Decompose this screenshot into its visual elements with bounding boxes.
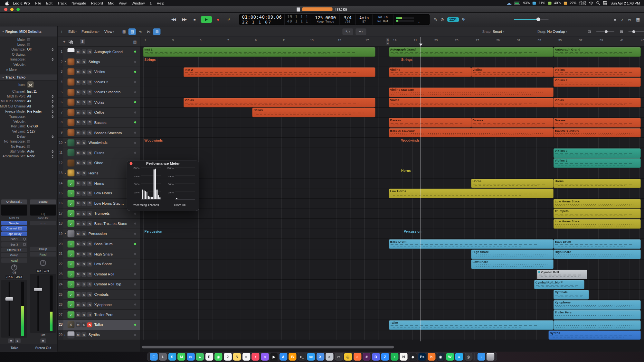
dock-icon-zoom[interactable]: Z bbox=[381, 353, 389, 361]
output-pan-knob[interactable] bbox=[30, 257, 56, 268]
region-bass-drum[interactable]: Bass Drum bbox=[389, 239, 554, 249]
record-enable-button[interactable]: R bbox=[87, 262, 92, 266]
track-row-percussion[interactable]: 19▾MSPercussion bbox=[58, 229, 140, 239]
menu-track[interactable]: Track bbox=[55, 1, 69, 5]
track-row-cymbals[interactable]: 25♪MSRCymbals bbox=[58, 290, 140, 300]
flex-icon[interactable]: ⋈ bbox=[145, 28, 152, 35]
patch-setting-button[interactable]: Orchestral... bbox=[1, 200, 27, 204]
track-row-basses-staccato[interactable]: 9MSRBasses Staccato bbox=[58, 128, 140, 138]
record-enable-button[interactable]: R bbox=[87, 272, 92, 277]
region-violins[interactable]: Violins bbox=[471, 68, 554, 77]
record-enable-button[interactable]: R bbox=[87, 211, 92, 216]
stepper-icon[interactable] bbox=[52, 150, 54, 153]
track-param-freeze-mode[interactable]: Freeze Mode:Pre Fader bbox=[0, 109, 57, 114]
master-volume-slider[interactable] bbox=[514, 19, 548, 20]
count-in-button[interactable]: 1234 bbox=[447, 17, 459, 22]
window-titlebar[interactable]: Tracks bbox=[0, 6, 644, 13]
dock-icon-finder[interactable]: F bbox=[150, 353, 157, 361]
solo-button[interactable]: S bbox=[81, 272, 86, 277]
record-button[interactable]: ● bbox=[213, 16, 223, 23]
track-param-velocity[interactable]: Velocity: bbox=[0, 119, 57, 124]
dock-icon-downloads[interactable]: ↓ bbox=[477, 353, 485, 361]
region-inspector-header[interactable]: ▾Region: MIDI Defaults bbox=[0, 26, 57, 37]
record-enable-button[interactable]: R bbox=[87, 312, 92, 317]
battery-icon[interactable] bbox=[514, 2, 520, 5]
dock-icon-obs[interactable]: ◎ bbox=[465, 353, 472, 361]
region-trumpets[interactable]: Trumpets bbox=[554, 209, 641, 218]
drag-selector[interactable]: Drag: No Overlap▾ bbox=[537, 29, 567, 33]
region-violins-staccato[interactable]: Violins Staccato bbox=[389, 88, 554, 97]
note-pads-icon[interactable]: ♪ bbox=[621, 17, 623, 22]
mute-button[interactable]: M bbox=[76, 150, 80, 155]
solo-button[interactable]: S bbox=[81, 241, 86, 246]
region-violas[interactable]: Violas bbox=[184, 98, 375, 107]
track-row-woodwinds[interactable]: 10▾MSWoodwinds bbox=[58, 138, 140, 148]
solo-mode-icon[interactable]: ⊙ bbox=[440, 17, 444, 22]
region-violas[interactable]: Violas bbox=[554, 98, 641, 107]
menu-help[interactable]: Help bbox=[154, 1, 167, 5]
performance-meter-titlebar[interactable]: Performance Meter bbox=[127, 160, 199, 166]
minimize-window-button[interactable] bbox=[10, 8, 14, 11]
mute-button[interactable]: M bbox=[76, 110, 80, 115]
track-row-strings[interactable]: 2▾MSStrings bbox=[58, 57, 140, 67]
volume-value[interactable]: -10.0 bbox=[5, 275, 14, 279]
track-param-midi-out-channel[interactable]: MIDI Out Channel:All bbox=[0, 104, 57, 109]
solo-button[interactable]: S bbox=[81, 201, 86, 206]
region-violins[interactable]: Violins bbox=[389, 68, 471, 77]
catch-playhead-icon[interactable]: ▤ bbox=[128, 28, 136, 35]
left-click-tool-selector[interactable]: ↖▾ bbox=[342, 28, 353, 35]
disclosure-icon[interactable]: ▸ bbox=[63, 334, 67, 336]
region-param-velocity[interactable]: Velocity: bbox=[0, 62, 57, 67]
dock-icon-calendar[interactable]: 2 bbox=[224, 353, 232, 361]
loop-browser-icon[interactable]: ∞ bbox=[628, 17, 631, 22]
track-zoom-presets-icon[interactable]: ▤ bbox=[133, 40, 137, 44]
output-setting-button[interactable]: Setting bbox=[30, 200, 56, 204]
menubar-clock[interactable]: Sun Apr 2 1:48 PM bbox=[611, 1, 640, 5]
stepper-icon[interactable] bbox=[52, 135, 54, 138]
performance-meter-window[interactable]: Performance Meter 100 %75 %50 %25 %100 %… bbox=[127, 160, 199, 211]
record-enable-button[interactable]: R bbox=[87, 110, 92, 115]
record-enable-button[interactable]: R bbox=[87, 181, 92, 186]
output-slot[interactable]: Stereo Out bbox=[1, 247, 27, 252]
track-row-bass-drum[interactable]: 20♪MSRBass Drum bbox=[58, 239, 140, 249]
disclosure-icon[interactable]: ▾ bbox=[63, 233, 67, 235]
dock-icon-photos[interactable]: P bbox=[205, 353, 213, 361]
track-row-basses[interactable]: 8MSRBasses bbox=[58, 118, 140, 128]
region-low-horns[interactable]: Low Horns bbox=[389, 189, 554, 198]
region-violins-2[interactable]: Violins 2 bbox=[554, 78, 641, 87]
stop-button[interactable]: ■ bbox=[190, 16, 199, 23]
disclosure-icon[interactable]: ▾ bbox=[63, 172, 67, 174]
solo-button[interactable]: S bbox=[81, 70, 86, 74]
browsers-icon[interactable]: ▦ bbox=[636, 17, 640, 22]
stepper-icon[interactable] bbox=[52, 100, 54, 103]
region-autograph-grand[interactable]: Autograph Grand bbox=[389, 47, 554, 57]
app-menu[interactable]: Logic Pro bbox=[10, 1, 33, 5]
dock-icon-messages[interactable]: M bbox=[177, 353, 185, 361]
waveform-zoom-icon[interactable]: ⊡ bbox=[586, 28, 593, 35]
mute-button[interactable]: M bbox=[76, 140, 80, 145]
record-enable-button[interactable]: R bbox=[87, 70, 92, 74]
midi-in-icon[interactable]: ⊟ bbox=[153, 28, 161, 35]
region-basses[interactable]: Basses bbox=[389, 118, 471, 127]
group-slot[interactable]: Group bbox=[1, 253, 27, 257]
grid-view-icon[interactable]: ▦ bbox=[120, 28, 128, 35]
mute-button[interactable]: M bbox=[76, 252, 80, 256]
track-row-trumpets[interactable]: 17♪MSRTrumpets bbox=[58, 209, 140, 219]
record-enable-button[interactable]: R bbox=[87, 90, 92, 95]
solo-button[interactable]: S bbox=[81, 60, 86, 64]
send-slot-bus-3[interactable]: Bus 3 bbox=[1, 242, 27, 247]
menu-record[interactable]: Record bbox=[89, 1, 105, 5]
solo-button[interactable]: S bbox=[81, 181, 86, 186]
track-row-violins-2[interactable]: 4MSRViolins 2 bbox=[58, 77, 140, 87]
menu-file[interactable]: File bbox=[33, 1, 44, 5]
track-param-no-reset[interactable]: No Reset: bbox=[0, 144, 57, 149]
region-cellos[interactable]: Cellos bbox=[252, 108, 375, 117]
region-high-snare[interactable]: High Snare bbox=[554, 249, 641, 259]
istat-graph-icon[interactable]: ▂▅▃ bbox=[507, 2, 511, 5]
solo-button[interactable]: S bbox=[81, 79, 86, 84]
arrange-area[interactable]: Inst 1Autograph GrandAutograph GrandInst… bbox=[140, 47, 644, 352]
region-low-horns-stacc[interactable]: Low Horns Stacc bbox=[554, 199, 641, 208]
mute-button[interactable]: M bbox=[76, 231, 80, 236]
taiko-sticks-icon[interactable] bbox=[27, 81, 33, 88]
spotlight-search-icon[interactable] bbox=[596, 1, 600, 5]
